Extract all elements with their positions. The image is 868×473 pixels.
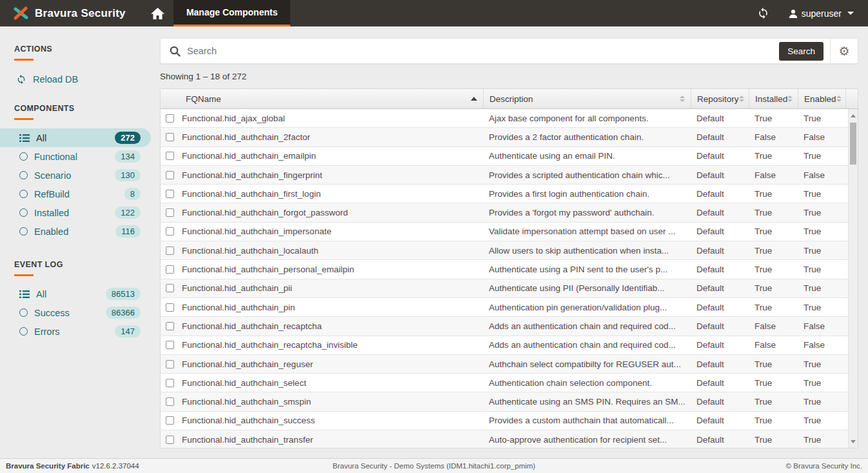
cell-fqname: Functional.hid_authchain_personal_emailp… bbox=[180, 260, 483, 278]
sidebar-item-components-scenario[interactable]: Scenario 130 bbox=[0, 166, 151, 185]
table-row[interactable]: Functional.hid_authchain_smspinAuthentic… bbox=[161, 392, 848, 411]
table-row[interactable]: Functional.hid_authchain_reguserAuthchai… bbox=[161, 355, 848, 374]
table-row[interactable]: Functional.hid_ajax_globalAjax base comp… bbox=[161, 109, 848, 128]
cell-fqname: Functional.hid_authchain_smspin bbox=[180, 392, 483, 410]
table-header: FQName Description Repository Installed bbox=[161, 89, 858, 109]
cell-enabled: True bbox=[798, 185, 848, 203]
row-checkbox[interactable] bbox=[166, 133, 174, 141]
cell-installed: True bbox=[749, 109, 798, 127]
cell-installed: True bbox=[749, 298, 798, 316]
row-checkbox[interactable] bbox=[166, 436, 174, 444]
sidebar-item-components-installed[interactable]: Installed 122 bbox=[0, 203, 151, 222]
home-icon bbox=[151, 8, 164, 19]
row-checkbox[interactable] bbox=[166, 265, 174, 274]
table-row[interactable]: Functional.hid_authchain_pinAuthenticati… bbox=[161, 298, 848, 317]
sort-icon bbox=[680, 96, 685, 102]
row-checkbox[interactable] bbox=[166, 360, 174, 368]
scroll-up-arrow-icon[interactable] bbox=[849, 110, 858, 121]
count-badge: 134 bbox=[115, 150, 141, 163]
row-checkbox[interactable] bbox=[166, 379, 174, 387]
components-heading: COMPONENTS bbox=[14, 104, 160, 113]
row-checkbox[interactable] bbox=[166, 341, 174, 349]
row-checkbox[interactable] bbox=[166, 303, 174, 312]
cell-fqname: Functional.hid_authchain_recaptcha bbox=[180, 317, 483, 335]
settings-button[interactable]: ⚙ bbox=[830, 39, 858, 63]
cell-repository: Default bbox=[691, 241, 749, 259]
heading-underline bbox=[14, 59, 34, 61]
circle-icon bbox=[19, 327, 28, 336]
cell-enabled: False bbox=[798, 128, 848, 146]
cell-fqname: Functional.hid_authchain_pin bbox=[180, 298, 483, 316]
home-tab[interactable] bbox=[143, 0, 173, 26]
row-checkbox[interactable] bbox=[166, 208, 174, 217]
cell-enabled: True bbox=[798, 298, 848, 316]
refresh-icon[interactable] bbox=[757, 7, 769, 19]
sidebar-item-components-functional[interactable]: Functional 134 bbox=[0, 147, 151, 166]
sidebar-item-components-all[interactable]: All 272 bbox=[0, 128, 151, 147]
table-row[interactable]: Functional.hid_authchain_recaptcha_invis… bbox=[161, 336, 848, 355]
row-checkbox[interactable] bbox=[166, 398, 174, 406]
cell-enabled: True bbox=[798, 223, 848, 241]
cell-description: Authenticate using an SMS PIN. Requires … bbox=[483, 392, 691, 410]
table-scrollbar[interactable] bbox=[848, 109, 858, 448]
table-row[interactable]: Functional.hid_authchain_transferAuto-ap… bbox=[161, 430, 848, 448]
row-checkbox[interactable] bbox=[166, 322, 174, 330]
scroll-down-arrow-icon[interactable] bbox=[849, 436, 858, 447]
cell-enabled: True bbox=[798, 412, 848, 430]
sidebar-item-components-refbuild[interactable]: RefBuild 8 bbox=[0, 185, 151, 203]
main-content: Search ⚙ Showing 1 – 18 of 272 FQName De… bbox=[160, 26, 868, 458]
table-row[interactable]: Functional.hid_authchain_successProvides… bbox=[161, 412, 848, 430]
table-row[interactable]: Functional.hid_authchain_first_loginProv… bbox=[161, 185, 848, 203]
row-checkbox[interactable] bbox=[166, 152, 174, 160]
event-log-filter-group: All 86513 Success 86366 Errors 147 bbox=[0, 285, 160, 341]
cell-description: Authentication chain selection component… bbox=[483, 374, 691, 392]
row-checkbox[interactable] bbox=[166, 171, 174, 179]
cell-repository: Default bbox=[691, 147, 749, 165]
tab-manage-components[interactable]: Manage Components bbox=[173, 0, 291, 26]
top-navbar: Bravura Security Manage Components super… bbox=[0, 0, 868, 26]
table-row[interactable]: Functional.hid_authchain_localauthAllow … bbox=[161, 241, 848, 260]
cell-description: Provides a scripted authentication chain… bbox=[483, 166, 691, 184]
sidebar-item-eventlog-errors[interactable]: Errors 147 bbox=[0, 322, 151, 341]
table-row[interactable]: Functional.hid_authchain_forgot_password… bbox=[161, 203, 848, 222]
table-row[interactable]: Functional.hid_authchain_emailpinAuthent… bbox=[161, 147, 848, 166]
table-row[interactable]: Functional.hid_authchain_2factorProvides… bbox=[161, 128, 848, 146]
sort-icon bbox=[836, 96, 842, 102]
sort-asc-icon bbox=[471, 97, 477, 101]
scrollbar-thumb[interactable] bbox=[850, 123, 856, 165]
row-checkbox[interactable] bbox=[166, 416, 174, 425]
header-checkbox-column bbox=[161, 89, 180, 108]
header-enabled[interactable]: Enabled bbox=[798, 89, 845, 108]
header-description[interactable]: Description bbox=[483, 89, 691, 108]
heading-underline bbox=[14, 274, 34, 276]
row-checkbox[interactable] bbox=[166, 247, 174, 255]
sidebar-item-components-enabled[interactable]: Enabled 116 bbox=[0, 222, 151, 241]
sidebar-item-eventlog-all[interactable]: All 86513 bbox=[0, 285, 151, 303]
table-row[interactable]: Functional.hid_authchain_fingerprintProv… bbox=[161, 166, 848, 185]
actions-heading: ACTIONS bbox=[14, 45, 160, 54]
sidebar-item-eventlog-success[interactable]: Success 86366 bbox=[0, 303, 151, 322]
table-row[interactable]: Functional.hid_authchain_selectAuthentic… bbox=[161, 374, 848, 392]
cell-enabled: True bbox=[798, 392, 848, 410]
reload-db-button[interactable]: Reload DB bbox=[16, 74, 160, 85]
row-checkbox[interactable] bbox=[166, 284, 174, 292]
table-row[interactable]: Functional.hid_authchain_piiAuthenticate… bbox=[161, 279, 848, 298]
brand-name: Bravura Security bbox=[35, 7, 126, 20]
user-menu[interactable]: superuser bbox=[789, 8, 854, 19]
search-input[interactable] bbox=[187, 46, 779, 56]
row-checkbox[interactable] bbox=[166, 227, 174, 236]
cell-description: Provides a first login authentication ch… bbox=[483, 185, 691, 203]
row-checkbox[interactable] bbox=[166, 114, 174, 123]
table-row[interactable]: Functional.hid_authchain_impersonateVali… bbox=[161, 223, 848, 241]
row-checkbox[interactable] bbox=[166, 190, 174, 198]
header-installed[interactable]: Installed bbox=[749, 89, 798, 108]
cell-installed: True bbox=[749, 430, 798, 448]
header-fqname[interactable]: FQName bbox=[180, 89, 483, 108]
search-button[interactable]: Search bbox=[779, 42, 824, 61]
cell-installed: False bbox=[749, 166, 798, 184]
table-row[interactable]: Functional.hid_authchain_personal_emailp… bbox=[161, 260, 848, 279]
table-row[interactable]: Functional.hid_authchain_recaptchaAdds a… bbox=[161, 317, 848, 336]
cell-description: Provides a 2 factor authentication chain… bbox=[483, 128, 691, 146]
header-repository[interactable]: Repository bbox=[691, 89, 749, 108]
cell-repository: Default bbox=[691, 279, 749, 297]
